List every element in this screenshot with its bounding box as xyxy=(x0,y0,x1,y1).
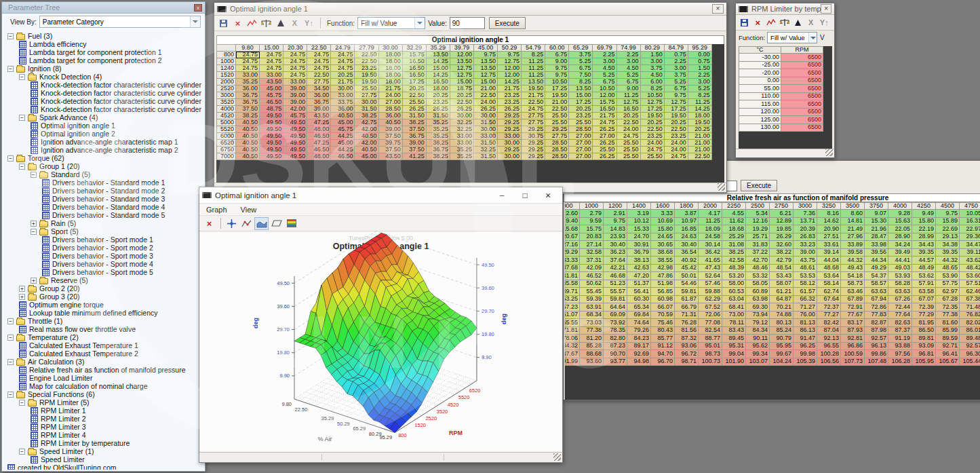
cell[interactable]: 57.46 xyxy=(699,280,722,288)
cell[interactable]: 13.50 xyxy=(473,58,497,65)
cell[interactable]: 31.83 xyxy=(746,241,770,249)
value-input[interactable] xyxy=(450,17,485,29)
cell[interactable]: 80.13 xyxy=(770,319,793,327)
cell[interactable]: 84.32 xyxy=(565,342,580,350)
cell[interactable]: 32.60 xyxy=(770,241,793,249)
cell[interactable]: 20.39 xyxy=(793,225,817,233)
cell[interactable]: 2.60 xyxy=(565,210,580,218)
cell[interactable]: 33.23 xyxy=(793,241,817,249)
cell[interactable]: 96.41 xyxy=(936,350,960,358)
cell[interactable]: 40.50 xyxy=(236,140,260,147)
resize-grip[interactable] xyxy=(553,453,561,461)
cell[interactable]: 38.25 xyxy=(236,113,260,119)
cell[interactable]: 73.92 xyxy=(604,319,627,327)
cell[interactable]: 21.75 xyxy=(593,113,616,119)
cell[interactable]: 96.70 xyxy=(651,358,675,366)
cell[interactable]: 42.09 xyxy=(580,264,604,272)
tree-item[interactable]: Drivers behavior - Sport mode 3 xyxy=(3,252,203,260)
cell[interactable]: 3.00 xyxy=(593,58,616,65)
tree-item[interactable]: Optimum engine torque xyxy=(3,301,203,309)
cell[interactable]: 90.79 xyxy=(770,335,793,343)
cell[interactable]: 29.36 xyxy=(960,233,980,241)
cell[interactable]: 58.14 xyxy=(817,280,841,288)
cell[interactable]: 95.62 xyxy=(746,342,770,350)
tree-item[interactable]: −Sport (5) xyxy=(3,227,203,235)
cell[interactable]: 104.24 xyxy=(770,358,793,366)
cell[interactable]: 66.07 xyxy=(651,303,675,311)
cell[interactable]: 67.28 xyxy=(936,295,960,303)
cell[interactable]: 77.38 xyxy=(936,311,960,319)
normalize-button[interactable] xyxy=(274,17,287,29)
cell[interactable]: 15.68 xyxy=(565,225,580,233)
cell[interactable]: 73.94 xyxy=(746,311,770,319)
cell[interactable]: 70.21 xyxy=(770,303,793,311)
cell[interactable]: 28.50 xyxy=(545,147,569,153)
cell[interactable]: 11.25 xyxy=(699,217,722,225)
cell[interactable]: 48.68 xyxy=(817,264,841,272)
cell[interactable]: 16.31 xyxy=(960,217,980,225)
cell[interactable]: 36.79 xyxy=(627,248,651,257)
cell[interactable]: 103.07 xyxy=(746,358,770,366)
cell[interactable]: 37.50 xyxy=(402,126,426,133)
cell[interactable]: 22.19 xyxy=(912,225,936,233)
cell[interactable]: 18.00 xyxy=(378,65,402,72)
cell[interactable]: 24.75 xyxy=(260,58,283,65)
cell[interactable]: 16.50 xyxy=(402,58,426,65)
cell[interactable]: 27.00 xyxy=(569,147,593,153)
cell[interactable]: 12.00 xyxy=(450,52,473,58)
cell[interactable]: 72.39 xyxy=(912,303,936,311)
cell[interactable]: 91.99 xyxy=(565,358,580,366)
cell[interactable]: 85.77 xyxy=(651,335,675,343)
cell[interactable]: 67.26 xyxy=(888,295,912,303)
tree-item[interactable]: +Group 2 (20) xyxy=(3,284,203,292)
cell[interactable]: 32.25 xyxy=(473,147,497,153)
close-icon[interactable]: × xyxy=(712,4,724,14)
cell[interactable]: 9.75 xyxy=(936,210,960,218)
cell[interactable]: 10.50 xyxy=(640,92,664,99)
cell[interactable]: 28.50 xyxy=(378,106,402,113)
cell[interactable]: 26.25 xyxy=(593,126,616,133)
cell[interactable]: 31.08 xyxy=(722,241,746,249)
cell[interactable]: 49.50 xyxy=(283,119,307,126)
temp-cell[interactable]: 125.00 xyxy=(739,116,781,124)
cell[interactable]: 64.87 xyxy=(770,295,793,303)
cell[interactable]: 30.65 xyxy=(651,241,675,249)
cell[interactable]: 9.28 xyxy=(888,210,912,218)
tree-item[interactable]: Drivers behavior - Standard mode 2 xyxy=(3,187,203,195)
cell[interactable]: 38.25 xyxy=(402,119,426,126)
cell[interactable]: 77.38 xyxy=(580,326,604,335)
cell[interactable]: 40.50 xyxy=(236,153,260,160)
cell[interactable]: 62.46 xyxy=(960,288,980,296)
cell[interactable]: 23.25 xyxy=(498,92,522,99)
cell[interactable]: 14.25 xyxy=(498,79,522,86)
cell[interactable]: 14.25 xyxy=(688,106,711,113)
cell[interactable]: 33.89 xyxy=(841,241,865,249)
cell[interactable]: 5.25 xyxy=(569,58,593,65)
tree-item[interactable]: Calculated Exhaust Temperature 1 xyxy=(3,341,203,349)
cell[interactable]: 30.40 xyxy=(604,241,627,249)
cell[interactable]: 29.25 xyxy=(522,140,545,147)
cell[interactable]: 49.50 xyxy=(283,133,307,140)
cell[interactable]: 39.00 xyxy=(283,86,307,92)
cell[interactable]: 44.32 xyxy=(936,257,960,265)
cell[interactable]: 28.47 xyxy=(865,233,888,241)
cell[interactable]: 20.25 xyxy=(331,72,355,79)
cell[interactable]: 60.89 xyxy=(746,288,770,296)
cell[interactable]: 73.00 xyxy=(722,311,746,319)
cell[interactable]: 55.57 xyxy=(604,288,627,296)
cell[interactable]: 18.00 xyxy=(688,113,711,119)
cell[interactable]: 13.50 xyxy=(522,79,545,86)
cell[interactable]: 24.75 xyxy=(260,65,283,72)
cell[interactable]: 98.73 xyxy=(699,350,722,358)
cell[interactable]: 15.00 xyxy=(450,79,473,86)
cell[interactable]: 17.25 xyxy=(569,99,593,106)
cell[interactable]: 9.75 xyxy=(545,72,569,79)
cell[interactable]: 50.01 xyxy=(675,272,699,280)
rpm-cell[interactable]: 6500 xyxy=(781,61,823,69)
cell[interactable]: 40.50 xyxy=(355,147,378,153)
cell[interactable]: 90.70 xyxy=(604,350,627,358)
cell[interactable]: 49.50 xyxy=(283,126,307,133)
cell[interactable]: 85.28 xyxy=(580,342,604,350)
cell[interactable]: 92.71 xyxy=(936,342,960,350)
cell[interactable]: 18.00 xyxy=(378,58,402,65)
